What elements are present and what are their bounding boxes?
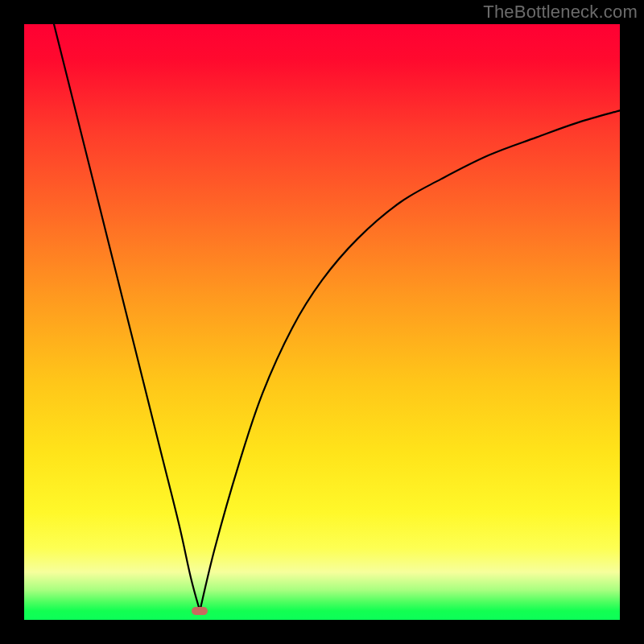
minimum-marker [192, 607, 208, 615]
bottleneck-curve [24, 24, 620, 620]
plot-area [24, 24, 620, 620]
chart-frame: TheBottleneck.com [0, 0, 644, 644]
watermark-text: TheBottleneck.com [483, 2, 638, 23]
